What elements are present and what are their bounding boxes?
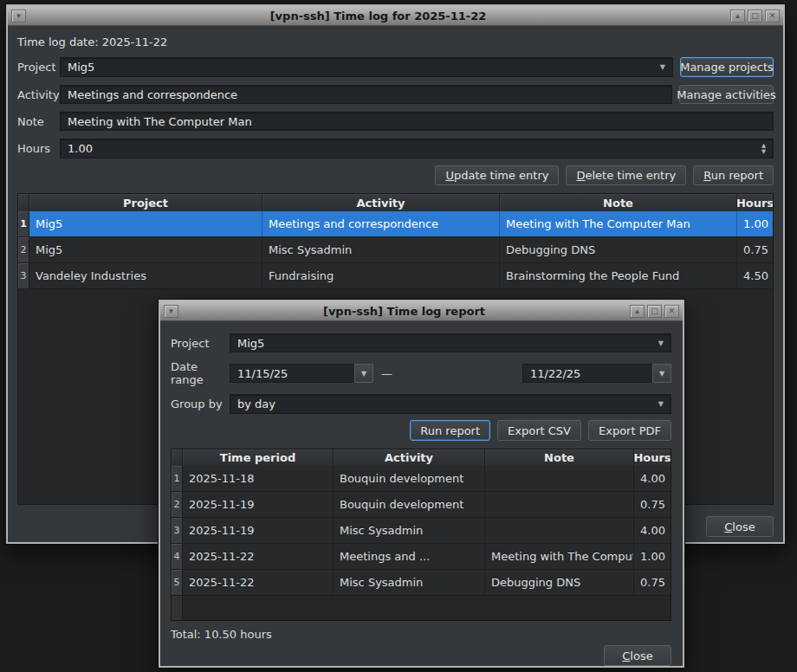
date-from-picker[interactable]: 11/15/25 ▼ [230,364,373,383]
report-dialog: ▾ [vpn-ssh] Time log report ▴ □ ✕ Projec… [159,300,684,668]
header-note[interactable]: Note [485,449,634,466]
cell-activity: Misc Sysadmin [334,518,485,543]
calendar-dropdown-icon[interactable]: ▼ [652,364,671,383]
window-controls: ▴ □ ✕ [630,305,679,318]
date-to-value: 11/22/25 [522,364,652,383]
table-row[interactable]: 2 Mig5 Misc Sysadmin Debugging DNS 0.75 [18,237,773,263]
cell-hours: 0.75 [634,492,671,517]
report-row[interactable]: 2 2025-11-19 Bouquin development 0.75 [172,492,671,518]
note-input[interactable]: Meeting with The Computer Man [60,112,774,131]
export-csv-button[interactable]: Export CSV [497,420,581,441]
window-menu-icon[interactable]: ▾ [11,10,26,23]
main-window-titlebar[interactable]: ▾ [vpn-ssh] Time log for 2025-11-22 ▴ □ … [8,6,783,26]
header-hours[interactable]: Hours [737,194,773,211]
row-number[interactable]: 3 [18,263,29,288]
row-number[interactable]: 4 [172,544,183,569]
close-icon[interactable]: ✕ [765,10,780,23]
time-log-date-label: Time log date: 2025-11-22 [17,35,774,50]
maximize-icon[interactable]: □ [748,10,762,23]
date-range-separator: — [381,367,392,380]
cell-period: 2025-11-19 [183,492,334,517]
corner-header-cell [172,449,183,466]
spin-down-icon[interactable]: ▼ [761,149,766,154]
project-combobox[interactable]: Mig5 ▼ [60,57,673,77]
cell-note: Debugging DNS [500,237,737,262]
header-activity[interactable]: Activity [262,194,500,211]
hours-spinbox[interactable]: 1.00 ▲ ▼ [60,139,774,158]
report-table-header[interactable]: Time period Activity Note Hours [172,449,671,466]
note-input-value: Meeting with The Computer Man [68,115,766,128]
report-dialog-titlebar[interactable]: ▾ [vpn-ssh] Time log report ▴ □ ✕ [160,301,683,321]
cell-note [485,492,634,517]
cell-period: 2025-11-19 [183,518,334,543]
cell-activity: Bouquin development [334,466,485,491]
group-by-combobox[interactable]: by day ▼ [230,394,671,414]
maximize-icon[interactable]: □ [647,305,662,318]
close-button[interactable]: Close [706,516,774,537]
run-report-button[interactable]: Run report [693,165,774,185]
shade-icon[interactable]: ▴ [730,10,745,23]
cell-hours: 0.75 [737,237,773,262]
export-pdf-button[interactable]: Export PDF [588,420,671,441]
dialog-close-button[interactable]: Close [604,645,671,666]
cell-activity: Meetings and correspondence [262,211,500,236]
report-row[interactable]: 3 2025-11-19 Misc Sysadmin 4.00 [172,518,671,544]
update-time-entry-button[interactable]: Update time entry [435,165,559,185]
cell-hours: 4.00 [634,466,671,491]
cell-activity: Misc Sysadmin [334,570,485,595]
row-number[interactable]: 2 [18,237,29,262]
time-entries-table-header[interactable]: Project Activity Note Hours [18,194,773,211]
report-row[interactable]: 4 2025-11-22 Meetings and ... Meeting wi… [172,544,671,570]
group-by-value: by day [237,397,653,410]
manage-projects-button[interactable]: Manage projects [680,57,774,77]
cell-activity: Bouquin development [334,492,485,517]
cell-note: Meeting with The Computer Man [500,211,737,236]
calendar-dropdown-icon[interactable]: ▼ [354,364,373,383]
cell-period: 2025-11-22 [183,570,334,595]
cell-period: 2025-11-22 [183,544,334,569]
header-activity[interactable]: Activity [334,449,485,466]
table-row[interactable]: 1 Mig5 Meetings and correspondence Meeti… [18,211,773,237]
chevron-down-icon: ▼ [658,339,664,347]
chevron-down-icon: ▼ [660,63,665,71]
row-number[interactable]: 1 [172,466,183,491]
row-number[interactable]: 3 [172,518,183,543]
report-project-combobox[interactable]: Mig5 ▼ [230,333,671,352]
report-row[interactable]: 5 2025-11-22 Misc Sysadmin Debugging DNS… [172,570,671,596]
shade-icon[interactable]: ▴ [630,305,645,318]
report-dialog-client: Project Mig5 ▼ Date range 11/15/25 ▼ — 1… [160,333,683,666]
activity-input-value: Meetings and correspondence [68,88,664,101]
spinner-arrows: ▲ ▼ [761,143,766,154]
cell-activity: Fundraising [262,263,500,288]
activity-input[interactable]: Meetings and correspondence [60,85,672,104]
table-row[interactable]: 3 Vandeley Industries Fundraising Brains… [18,263,773,289]
corner-header-cell [18,194,29,211]
cell-hours: 4.50 [737,263,773,288]
window-menu-icon[interactable]: ▾ [164,305,178,318]
dialog-run-report-button[interactable]: Run report [410,420,490,441]
date-range-label: Date range [171,360,230,386]
date-from-value: 11/15/25 [230,364,354,383]
report-row[interactable]: 1 2025-11-18 Bouquin development 4.00 [172,466,671,492]
cell-note: Meeting with The Computer... [485,544,634,569]
date-to-picker[interactable]: 11/22/25 ▼ [522,364,671,383]
cell-hours: 4.00 [634,518,671,543]
row-number-strip [172,596,183,620]
window-controls: ▴ □ ✕ [730,10,780,23]
cell-hours: 1.00 [634,544,671,569]
close-icon[interactable]: ✕ [664,305,679,318]
header-time-period[interactable]: Time period [183,449,334,466]
header-hours[interactable]: Hours [634,449,671,466]
cell-period: 2025-11-18 [183,466,334,491]
header-project[interactable]: Project [29,194,262,211]
row-number[interactable]: 1 [18,211,29,236]
header-note[interactable]: Note [500,194,737,211]
cell-activity: Meetings and ... [334,544,485,569]
row-number[interactable]: 2 [172,492,183,517]
table-empty-area [172,596,671,620]
row-number[interactable]: 5 [172,570,183,595]
report-project-label: Project [171,337,230,350]
cell-note [485,466,634,491]
delete-time-entry-button[interactable]: Delete time entry [566,165,686,185]
manage-activities-button[interactable]: Manage activities [679,85,774,104]
